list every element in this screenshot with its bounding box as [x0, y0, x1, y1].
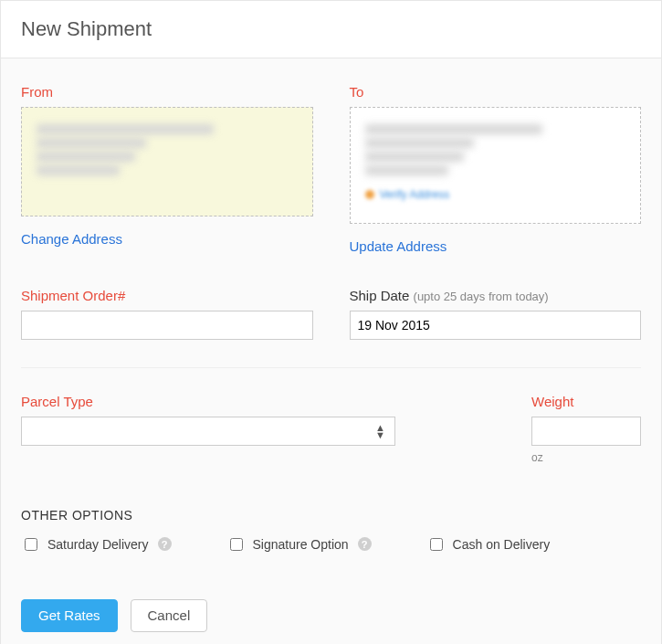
shipment-form: New Shipment From Change Address To — [0, 0, 662, 644]
to-label: To — [350, 84, 642, 100]
change-address-link[interactable]: Change Address — [21, 231, 122, 247]
verify-address-link[interactable]: Verify Address — [365, 186, 450, 203]
cod-checkbox[interactable] — [430, 538, 443, 551]
address-line-placeholder — [37, 165, 120, 175]
weight-input[interactable] — [531, 417, 641, 446]
saturday-delivery-checkbox[interactable] — [25, 538, 37, 551]
shipment-order-col: Shipment Order# — [21, 288, 313, 340]
help-icon[interactable]: ? — [158, 537, 172, 551]
parcel-type-label: Parcel Type — [21, 394, 395, 409]
address-line-placeholder — [37, 124, 214, 134]
options-row: Saturday Delivery ? Signature Option ? C… — [21, 535, 641, 554]
other-options-block: OTHER OPTIONS Saturday Delivery ? Signat… — [21, 508, 641, 554]
get-rates-button[interactable]: Get Rates — [21, 599, 118, 632]
signature-option-checkbox[interactable] — [230, 538, 243, 551]
ship-date-hint: (upto 25 days from today) — [414, 290, 549, 303]
signature-option-checkbox-label[interactable]: Signature Option — [226, 535, 349, 554]
cancel-button[interactable]: Cancel — [131, 599, 208, 632]
from-address-box[interactable] — [21, 107, 313, 216]
option-saturday: Saturday Delivery ? — [21, 535, 172, 554]
option-signature: Signature Option ? — [226, 535, 372, 554]
divider — [21, 367, 641, 368]
saturday-delivery-checkbox-label[interactable]: Saturday Delivery — [21, 535, 149, 554]
address-line-placeholder — [365, 165, 448, 175]
signature-option-label: Signature Option — [253, 537, 349, 552]
verify-address-label: Verify Address — [380, 186, 450, 203]
to-address-box[interactable]: Verify Address — [350, 107, 642, 224]
from-label: From — [21, 84, 313, 100]
update-address-link[interactable]: Update Address — [350, 238, 447, 254]
address-line-placeholder — [365, 138, 475, 148]
ship-date-col: Ship Date (upto 25 days from today) — [350, 288, 642, 340]
cod-checkbox-label[interactable]: Cash on Delivery — [426, 535, 551, 554]
parcel-row: Parcel Type ▲▼ Weight oz — [21, 394, 641, 464]
warning-dot-icon — [365, 190, 374, 199]
parcel-type-col: Parcel Type ▲▼ — [21, 394, 395, 446]
ship-date-label-wrap: Ship Date (upto 25 days from today) — [350, 288, 642, 303]
order-date-block: Shipment Order# Ship Date (upto 25 days … — [21, 288, 641, 340]
weight-unit: oz — [531, 451, 641, 464]
address-line-placeholder — [365, 124, 542, 134]
from-column: From Change Address — [21, 84, 313, 255]
saturday-delivery-label: Saturday Delivery — [47, 537, 149, 552]
parcel-type-select[interactable] — [22, 417, 394, 445]
address-row: From Change Address To — [21, 84, 641, 255]
address-line-placeholder — [37, 138, 146, 148]
ship-date-input[interactable] — [350, 311, 642, 340]
shipment-order-input[interactable] — [21, 311, 313, 340]
parcel-type-select-wrap: ▲▼ — [21, 417, 395, 446]
shipment-order-label: Shipment Order# — [21, 288, 313, 303]
option-cod: Cash on Delivery — [426, 535, 551, 554]
weight-label: Weight — [531, 394, 641, 409]
page-title: New Shipment — [1, 1, 661, 58]
to-column: To Verify Address Update Address — [350, 84, 642, 255]
ship-date-label: Ship Date — [350, 288, 410, 303]
address-line-placeholder — [37, 152, 135, 162]
other-options-heading: OTHER OPTIONS — [21, 508, 641, 523]
weight-col: Weight oz — [531, 394, 641, 464]
address-line-placeholder — [365, 152, 464, 162]
cod-label: Cash on Delivery — [453, 537, 551, 552]
actions-row: Get Rates Cancel — [21, 599, 641, 632]
form-body: From Change Address To — [1, 58, 661, 644]
help-icon[interactable]: ? — [358, 537, 372, 551]
